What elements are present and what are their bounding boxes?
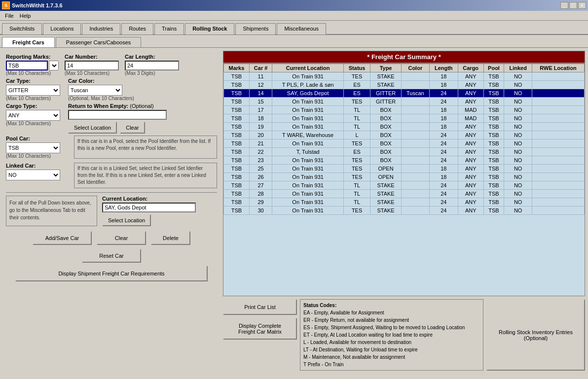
sub-tab-bar: Freight Cars Passenger Cars/Cabooses	[0, 35, 588, 48]
table-row[interactable]: TSB22T, TulstadESBOX24ANYTSBNO	[224, 148, 585, 156]
minimize-button[interactable]: _	[560, 2, 568, 9]
linked-car-label: Linked Car:	[6, 163, 70, 169]
table-row[interactable]: TSB12T PLS, P. Lade & sønESSTAKE18ANYTSB…	[224, 81, 585, 89]
close-button[interactable]: ×	[578, 2, 586, 9]
sub-tab-freight-cars[interactable]: Freight Cars	[2, 37, 55, 47]
display-shipment-button[interactable]: Display Shipment Freight Car Requirement…	[15, 266, 208, 281]
table-row[interactable]: TSB23On Train 931TESBOX24ANYTSBNO	[224, 156, 585, 165]
table-cell: On Train 931	[272, 98, 344, 106]
table-row[interactable]: TSB17On Train 931TLBOX18MADTSBNO	[224, 106, 585, 114]
pool-car-sublabel: (Max 10 Characters)	[6, 153, 70, 159]
table-row[interactable]: TSB15On Train 931TESGITTER24ANYTSBNO	[224, 98, 585, 106]
clear-button-2[interactable]: Clear	[97, 231, 146, 245]
table-cell: On Train 931	[272, 123, 344, 131]
table-row[interactable]: TSB18On Train 931TLBOX18MADTSBNO	[224, 114, 585, 123]
table-row[interactable]: TSB26On Train 931TESOPEN18ANYTSBNO	[224, 173, 585, 181]
print-car-list-button[interactable]: Print Car List	[223, 299, 297, 315]
lower-action-buttons: Reset Car Display Shipment Freight Car R…	[6, 249, 217, 281]
menu-file[interactable]: File	[2, 12, 17, 20]
current-location-input[interactable]	[102, 203, 196, 212]
left-panel: Reporting Marks: (Max 10 Characters) Car…	[3, 51, 220, 371]
table-cell: TES	[344, 98, 370, 106]
table-cell	[532, 190, 584, 198]
table-row[interactable]: TSB21On Train 931TESBOX24ANYTSBNO	[224, 139, 585, 148]
app-title: SwitchWithIt 1.7.3.6	[12, 2, 63, 8]
menu-help[interactable]: Help	[17, 12, 34, 20]
current-location-section: Current Location: Select Location	[102, 196, 196, 226]
reporting-marks-field: Reporting Marks: (Max 10 Characters)	[6, 54, 59, 76]
car-color-field: Car Color: Tuscan (Optional, Max 10 Char…	[68, 78, 134, 101]
table-row[interactable]: TSB28On Train 931TLSTAKE24ANYTSBNO	[224, 190, 585, 198]
tab-routes[interactable]: Routes	[121, 23, 153, 34]
select-location-button-2[interactable]: Select Location	[102, 214, 151, 226]
table-cell: TSB	[224, 72, 250, 81]
table-cell: NO	[504, 207, 532, 215]
table-cell: 14	[249, 89, 272, 98]
reporting-marks-select[interactable]	[49, 61, 59, 70]
table-row[interactable]: TSB29On Train 931TLSTAKE24ANYTSBNO	[224, 198, 585, 207]
tab-rolling-stock[interactable]: Rolling Stock	[185, 23, 234, 34]
table-cell	[532, 181, 584, 190]
reporting-marks-input[interactable]	[6, 61, 48, 70]
linked-car-select[interactable]: NO	[6, 170, 60, 180]
return-to-input[interactable]	[68, 110, 167, 120]
table-cell: 29	[249, 198, 272, 207]
window-controls[interactable]: _ □ ×	[560, 2, 586, 9]
freight-car-summary-header: * Freight Car Summary *	[223, 51, 585, 63]
table-cell: 15	[249, 98, 272, 106]
maximize-button[interactable]: □	[569, 2, 577, 9]
car-color-select[interactable]: Tuscan	[68, 85, 122, 96]
current-location-label: Current Location:	[102, 196, 196, 202]
table-cell: On Train 931	[272, 181, 344, 190]
tab-trains[interactable]: Trains	[154, 23, 184, 34]
table-row[interactable]: TSB30On Train 931TESSTAKE24ANYTSBNO	[224, 207, 585, 215]
table-cell: 18	[429, 106, 458, 114]
status-code-l: L - Loaded, Available for movement to de…	[303, 339, 480, 346]
table-cell	[401, 207, 429, 215]
table-cell: BOX	[370, 123, 402, 131]
car-length-field: Car Length: (Max 3 Digits)	[125, 54, 179, 76]
delete-button[interactable]: Delete	[151, 231, 190, 245]
table-cell: SAY, Gods Depot	[272, 89, 344, 98]
table-cell: ANY	[458, 165, 483, 173]
table-row[interactable]: TSB25On Train 931TESOPEN18ANYTSBNO	[224, 165, 585, 173]
tab-industries[interactable]: Industries	[82, 23, 120, 34]
car-type-select[interactable]: GITTER	[6, 85, 60, 96]
table-cell: 24	[429, 190, 458, 198]
table-cell: On Train 931	[272, 114, 344, 123]
tab-locations[interactable]: Locations	[43, 23, 81, 34]
freight-car-table-container[interactable]: Marks Car # Current Location Status Type…	[223, 63, 585, 296]
pool-car-select[interactable]: TSB	[6, 142, 60, 153]
col-length: Length	[429, 64, 458, 72]
table-row[interactable]: TSB14SAY, Gods DepotESGITTERTuscan24ANYT…	[224, 89, 585, 98]
col-linked: Linked	[504, 64, 532, 72]
table-cell: 24	[429, 98, 458, 106]
clear-button-1[interactable]: Clear	[120, 122, 145, 134]
status-codes-panel: Status Codes: EA - Empty, Available for …	[300, 299, 483, 371]
table-cell: NO	[504, 190, 532, 198]
table-row[interactable]: TSB27On Train 931TLSTAKE24ANYTSBNO	[224, 181, 585, 190]
car-length-input[interactable]	[125, 61, 179, 70]
table-cell: TSB	[224, 106, 250, 114]
table-row[interactable]: TSB19On Train 931TLBOX18ANYTSBNO	[224, 123, 585, 131]
status-code-m: M - Maintenance, Not available for assig…	[303, 353, 480, 361]
sub-tab-passenger-cars[interactable]: Passenger Cars/Cabooses	[56, 37, 141, 47]
table-cell: 24	[429, 131, 458, 139]
table-row[interactable]: TSB20T WARE, WarehouseLBOX24ANYTSBNO	[224, 131, 585, 139]
reset-car-button[interactable]: Reset Car	[82, 249, 141, 263]
table-row[interactable]: TSB11On Train 931TESSTAKE18ANYTSBNO	[224, 72, 585, 81]
rolling-stock-inventory-button[interactable]: Rolling Stock Inventory Entries(Optional…	[486, 299, 585, 371]
display-complete-button[interactable]: Display CompleteFreight Car Matrix	[223, 318, 297, 340]
add-save-car-button[interactable]: Add/Save Car	[33, 231, 92, 245]
select-location-button-1[interactable]: Select Location	[68, 122, 117, 134]
tab-shipments[interactable]: Shipments	[235, 23, 276, 34]
tab-bar: Switchlists Locations Industries Routes …	[0, 21, 588, 35]
tab-switchlists[interactable]: Switchlists	[2, 23, 42, 34]
cargo-type-select[interactable]: ANY	[6, 110, 60, 121]
table-cell: TSB	[483, 72, 504, 81]
pool-linked-section: Pool Car: TSB (Max 10 Characters) If thi…	[6, 136, 217, 159]
table-cell: ANY	[458, 198, 483, 207]
tab-miscellaneous[interactable]: Miscellaneous	[277, 23, 326, 34]
car-number-input[interactable]	[65, 61, 119, 70]
reporting-marks-label: Reporting Marks:	[6, 54, 59, 60]
